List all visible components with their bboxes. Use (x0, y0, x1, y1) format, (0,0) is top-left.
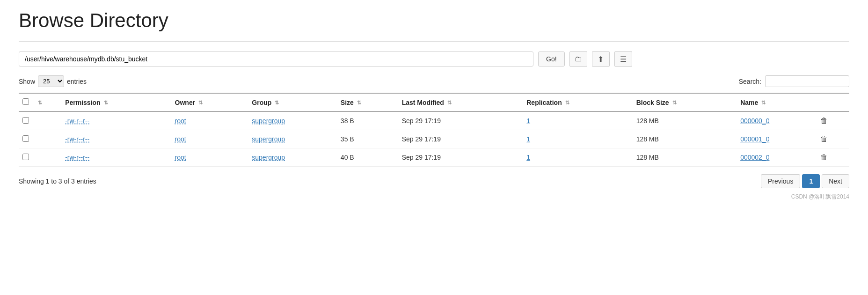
sort-icon-extra: ⇅ (38, 100, 42, 106)
header-owner[interactable]: Owner ⇅ (171, 93, 248, 111)
row-group-2: supergroup (248, 148, 337, 167)
row-group-0: supergroup (248, 111, 337, 130)
group-link-2[interactable]: supergroup (252, 154, 285, 161)
sort-icon-name: ⇅ (761, 100, 766, 106)
row-owner-2: root (171, 148, 248, 167)
go-button[interactable]: Go! (538, 52, 565, 66)
header-permission[interactable]: Permission ⇅ (61, 93, 171, 111)
pagination-area: Showing 1 to 3 of 3 entries Previous 1 N… (19, 174, 849, 188)
permission-link-0[interactable]: -rw-r--r-- (65, 117, 89, 125)
row-size-0: 38 B (337, 111, 398, 130)
upload-icon: ⬆ (598, 55, 604, 64)
row-checkbox-cell (19, 148, 33, 167)
page-title: Browse Directory (19, 9, 849, 32)
path-bar: Go! 🗀 ⬆ ☰ (19, 51, 849, 67)
title-divider (19, 41, 849, 42)
replication-link-1[interactable]: 1 (526, 135, 530, 143)
row-permission-1: -rw-r--r-- (61, 130, 171, 148)
header-group[interactable]: Group ⇅ (248, 93, 337, 111)
header-size[interactable]: Size ⇅ (337, 93, 398, 111)
delete-icon-2[interactable]: 🗑 (820, 153, 828, 161)
row-last-modified-0: Sep 29 17:19 (398, 111, 523, 130)
row-delete-0: 🗑 (817, 111, 849, 130)
row-block-size-0: 128 MB (633, 111, 737, 130)
row-delete-1: 🗑 (817, 130, 849, 148)
owner-link-0[interactable]: root (175, 117, 186, 125)
row-extra-0 (33, 111, 61, 130)
row-checkbox-cell (19, 111, 33, 130)
header-name[interactable]: Name ⇅ (737, 93, 817, 111)
pagination: Previous 1 Next (761, 174, 849, 188)
row-permission-0: -rw-r--r-- (61, 111, 171, 130)
group-link-1[interactable]: supergroup (252, 135, 285, 143)
row-group-1: supergroup (248, 130, 337, 148)
table-row: -rw-r--r-- root supergroup 35 B Sep 29 1… (19, 130, 849, 148)
row-name-0: 000000_0 (737, 111, 817, 130)
row-name-2: 000002_0 (737, 148, 817, 167)
name-link-0[interactable]: 000000_0 (740, 117, 769, 125)
showing-text: Showing 1 to 3 of 3 entries (19, 177, 96, 185)
search-input[interactable] (765, 75, 849, 87)
delete-icon-0[interactable]: 🗑 (820, 117, 828, 125)
header-sort-extra[interactable]: ⇅ (33, 93, 61, 111)
row-replication-1: 1 (523, 130, 632, 148)
table-header-row: ⇅ Permission ⇅ Owner ⇅ Group ⇅ Size ⇅ La… (19, 93, 849, 111)
name-link-1[interactable]: 000001_0 (740, 135, 769, 143)
replication-link-0[interactable]: 1 (526, 117, 530, 125)
header-last-modified[interactable]: Last Modified ⇅ (398, 93, 523, 111)
list-icon-button[interactable]: ☰ (614, 51, 632, 67)
header-replication[interactable]: Replication ⇅ (523, 93, 632, 111)
next-button[interactable]: Next (822, 174, 849, 188)
row-checkbox-1[interactable] (22, 135, 29, 142)
search-label: Search: (739, 78, 761, 85)
show-label: Show (19, 78, 35, 85)
header-actions (817, 93, 849, 111)
folder-icon-button[interactable]: 🗀 (569, 51, 587, 67)
header-block-size[interactable]: Block Size ⇅ (633, 93, 737, 111)
name-link-2[interactable]: 000002_0 (740, 154, 769, 161)
page-1-button[interactable]: 1 (802, 174, 820, 188)
directory-table: ⇅ Permission ⇅ Owner ⇅ Group ⇅ Size ⇅ La… (19, 93, 849, 167)
group-link-0[interactable]: supergroup (252, 117, 285, 125)
row-extra-2 (33, 148, 61, 167)
owner-link-1[interactable]: root (175, 135, 186, 143)
table-row: -rw-r--r-- root supergroup 38 B Sep 29 1… (19, 111, 849, 130)
permission-link-2[interactable]: -rw-r--r-- (65, 154, 89, 161)
sort-icon-block-size: ⇅ (672, 100, 677, 106)
row-last-modified-2: Sep 29 17:19 (398, 148, 523, 167)
row-block-size-1: 128 MB (633, 130, 737, 148)
row-permission-2: -rw-r--r-- (61, 148, 171, 167)
row-owner-0: root (171, 111, 248, 130)
select-all-checkbox[interactable] (22, 98, 29, 105)
sort-icon-last-modified: ⇅ (447, 100, 452, 106)
sort-icon-owner: ⇅ (198, 100, 203, 106)
permission-link-1[interactable]: -rw-r--r-- (65, 135, 89, 143)
previous-button[interactable]: Previous (761, 174, 800, 188)
row-checkbox-0[interactable] (22, 117, 29, 124)
controls-row: Show 10 25 50 100 entries Search: (19, 75, 849, 87)
entries-label: entries (67, 78, 87, 85)
row-block-size-2: 128 MB (633, 148, 737, 167)
search-area: Search: (739, 75, 849, 87)
row-last-modified-1: Sep 29 17:19 (398, 130, 523, 148)
upload-icon-button[interactable]: ⬆ (592, 51, 610, 67)
show-entries: Show 10 25 50 100 entries (19, 75, 87, 87)
row-replication-0: 1 (523, 111, 632, 130)
row-checkbox-2[interactable] (22, 154, 29, 160)
row-extra-1 (33, 130, 61, 148)
row-replication-2: 1 (523, 148, 632, 167)
replication-link-2[interactable]: 1 (526, 154, 530, 161)
entries-select[interactable]: 10 25 50 100 (38, 75, 64, 87)
row-size-1: 35 B (337, 130, 398, 148)
delete-icon-1[interactable]: 🗑 (820, 135, 828, 143)
path-input[interactable] (19, 52, 533, 66)
row-checkbox-cell (19, 130, 33, 148)
table-row: -rw-r--r-- root supergroup 40 B Sep 29 1… (19, 148, 849, 167)
header-checkbox-col (19, 93, 33, 111)
list-icon: ☰ (620, 55, 627, 64)
sort-icon-size: ⇅ (357, 100, 361, 106)
owner-link-2[interactable]: root (175, 154, 186, 161)
row-size-2: 40 B (337, 148, 398, 167)
row-name-1: 000001_0 (737, 130, 817, 148)
sort-icon-permission: ⇅ (104, 100, 108, 106)
